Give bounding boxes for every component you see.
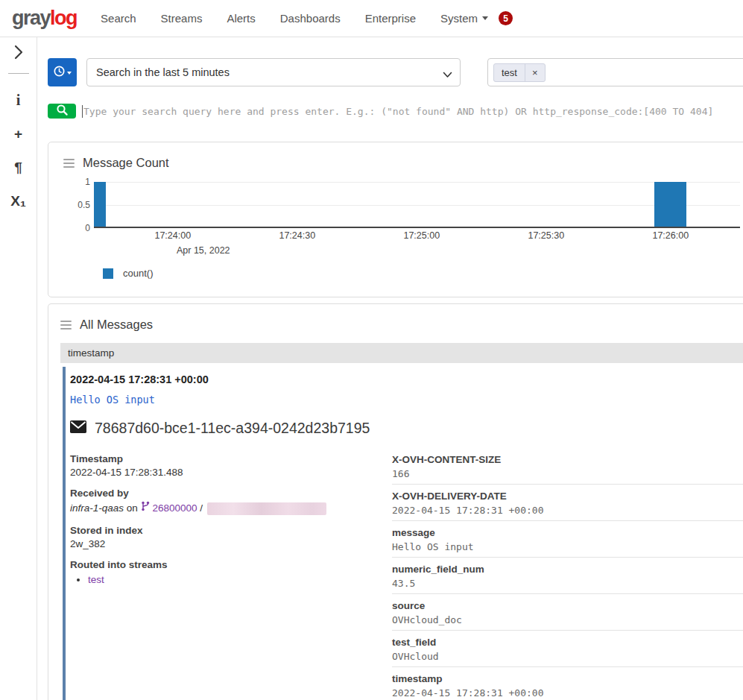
- message-count-chart[interactable]: 10.50 17:24:0017:24:3017:25:0017:25:3017…: [63, 182, 740, 279]
- info-icon[interactable]: i: [0, 83, 37, 117]
- field-name[interactable]: X-OVH-DELIVERY-DATE: [392, 490, 743, 502]
- notification-count-badge[interactable]: 5: [499, 11, 513, 25]
- subscript-icon[interactable]: X₁: [0, 184, 37, 218]
- x-tick-label: 17:24:00: [154, 230, 191, 241]
- field-value: OVHcloud: [392, 650, 743, 663]
- column-header-timestamp[interactable]: timestamp: [60, 343, 743, 363]
- y-tick-label: 1: [85, 177, 90, 187]
- message-detail-title: 78687d60-bce1-11ec-a394-0242d23b7195: [70, 420, 743, 437]
- stream-list-item: test: [88, 574, 376, 585]
- chart-x-date-label: Apr 15, 2022: [177, 245, 230, 256]
- field-value: 166: [392, 467, 743, 480]
- message-count-widget: Message Count 10.50 17:24:0017:24:3017:2…: [48, 142, 743, 297]
- field-name[interactable]: X-OVH-CONTENT-SIZE: [392, 453, 743, 466]
- nav-item-system[interactable]: System: [440, 12, 488, 25]
- search-controls-row: Search in the last 5 minutes test×: [48, 58, 743, 86]
- input-id-link[interactable]: 26800000: [152, 502, 197, 514]
- field-value: 2022-04-15 17:28:31 +00:00: [392, 687, 743, 699]
- gridline: [94, 205, 740, 206]
- received-by-label: Received by: [70, 488, 376, 499]
- field-divider: [392, 557, 743, 558]
- stream-tag-test[interactable]: test×: [493, 63, 546, 82]
- drag-handle-icon[interactable]: [63, 157, 75, 169]
- chevron-down-icon: [482, 16, 488, 23]
- field-name[interactable]: numeric_field_num: [392, 563, 743, 576]
- streams-list: test: [88, 574, 376, 585]
- nav-item-streams[interactable]: Streams: [161, 12, 203, 25]
- all-messages-widget: All Messages timestamp 2022-04-15 17:28:…: [48, 303, 743, 700]
- nav-item-dashboards[interactable]: Dashboards: [280, 12, 341, 25]
- paragraph-icon[interactable]: ¶: [0, 151, 37, 184]
- bar-17:26:00: [654, 182, 686, 227]
- field-divider: [392, 630, 743, 631]
- stream-link-test[interactable]: test: [88, 574, 104, 585]
- field-divider: [392, 520, 743, 521]
- stored-in-index-value: 2w_382: [70, 538, 376, 549]
- message-field-timestamp: timestamp2022-04-15 17:28:31 +00:00: [392, 672, 743, 700]
- chart-x-axis: 17:24:0017:24:3017:25:0017:25:3017:26:00: [94, 230, 740, 245]
- close-icon[interactable]: ×: [525, 64, 545, 81]
- field-name[interactable]: source: [392, 599, 743, 612]
- stream-filter-input[interactable]: test×: [487, 58, 743, 86]
- field-divider: [392, 666, 743, 667]
- nav-item-enterprise[interactable]: Enterprise: [365, 12, 416, 25]
- nav-item-search[interactable]: Search: [101, 12, 136, 25]
- envelope-icon: [70, 420, 86, 437]
- message-timestamp-cell[interactable]: 2022-04-15 17:28:31 +00:00: [70, 373, 743, 385]
- field-divider: [392, 484, 743, 485]
- add-icon[interactable]: +: [0, 117, 37, 151]
- chart-legend-count[interactable]: count(): [103, 268, 740, 279]
- x-tick-label: 17:25:00: [403, 230, 440, 241]
- text-cursor: [82, 105, 83, 118]
- field-name[interactable]: message: [392, 526, 743, 539]
- received-by-value: infra-1-qaas on 26800000 /: [70, 501, 376, 515]
- field-value: OVHcloud_doc: [392, 614, 743, 626]
- tag-label: test: [494, 64, 525, 81]
- sidebar-divider: [8, 73, 29, 74]
- message-preview[interactable]: Hello OS input: [70, 394, 743, 406]
- x-tick-label: 17:24:30: [279, 230, 315, 241]
- field-value: Hello OS input: [392, 540, 743, 553]
- left-sidebar: i + ¶ X₁: [0, 37, 37, 700]
- expand-sidebar-chevron-icon[interactable]: [14, 45, 23, 63]
- message-field-X-OVH-DELIVERY-DATE: X-OVH-DELIVERY-DATE2022-04-15 17:28:31 +…: [392, 490, 743, 521]
- message-field-test_field: test_fieldOVHcloud: [392, 636, 743, 667]
- bar-17:23:40: [94, 182, 106, 227]
- clock-icon: [54, 66, 65, 79]
- field-value: 43.5: [392, 577, 743, 590]
- message-field-X-OVH-CONTENT-SIZE: X-OVH-CONTENT-SIZE166: [392, 453, 743, 485]
- widget-title: Message Count: [83, 156, 169, 170]
- main-content: Search in the last 5 minutes test× Messa…: [48, 37, 743, 700]
- code-branch-icon: [141, 502, 153, 514]
- message-metadata-column: Timestamp 2022-04-15 17:28:31.488 Receiv…: [70, 453, 376, 700]
- message-row: 2022-04-15 17:28:31 +00:00 Hello OS inpu…: [63, 367, 743, 700]
- message-field-numeric_field_num: numeric_field_num43.5: [392, 563, 743, 594]
- field-name[interactable]: timestamp: [392, 672, 743, 685]
- search-query-input[interactable]: [83, 106, 743, 117]
- drag-handle-icon[interactable]: [60, 319, 72, 331]
- timestamp-value: 2022-04-15 17:28:31.488: [70, 467, 376, 478]
- nav-list: SearchStreamsAlertsDashboardsEnterprise …: [101, 12, 488, 25]
- message-field-source: sourceOVHcloud_doc: [392, 599, 743, 631]
- timerange-type-button[interactable]: [48, 58, 77, 86]
- x-tick-label: 17:26:00: [652, 230, 689, 241]
- query-row: [48, 97, 743, 125]
- field-name[interactable]: test_field: [392, 636, 743, 649]
- field-divider: [392, 593, 743, 594]
- widget-title: All Messages: [80, 318, 153, 332]
- message-fields: X-OVH-CONTENT-SIZE166X-OVH-DELIVERY-DATE…: [392, 453, 743, 700]
- timerange-select[interactable]: Search in the last 5 minutes: [86, 58, 461, 86]
- redacted-input-name: [207, 502, 326, 515]
- search-icon: [56, 104, 69, 119]
- graylog-logo[interactable]: graylog: [12, 7, 77, 30]
- field-value: 2022-04-15 17:28:31 +00:00: [392, 504, 743, 517]
- y-tick-label: 0: [85, 223, 90, 233]
- search-button[interactable]: [48, 104, 76, 119]
- nav-item-alerts[interactable]: Alerts: [227, 12, 255, 25]
- routed-into-streams-label: Routed into streams: [70, 559, 376, 570]
- y-tick-label: 0.5: [78, 200, 90, 210]
- gridline: [94, 182, 740, 183]
- message-id: 78687d60-bce1-11ec-a394-0242d23b7195: [95, 420, 370, 437]
- chart-plot-area[interactable]: [94, 182, 740, 228]
- legend-swatch: [103, 268, 113, 279]
